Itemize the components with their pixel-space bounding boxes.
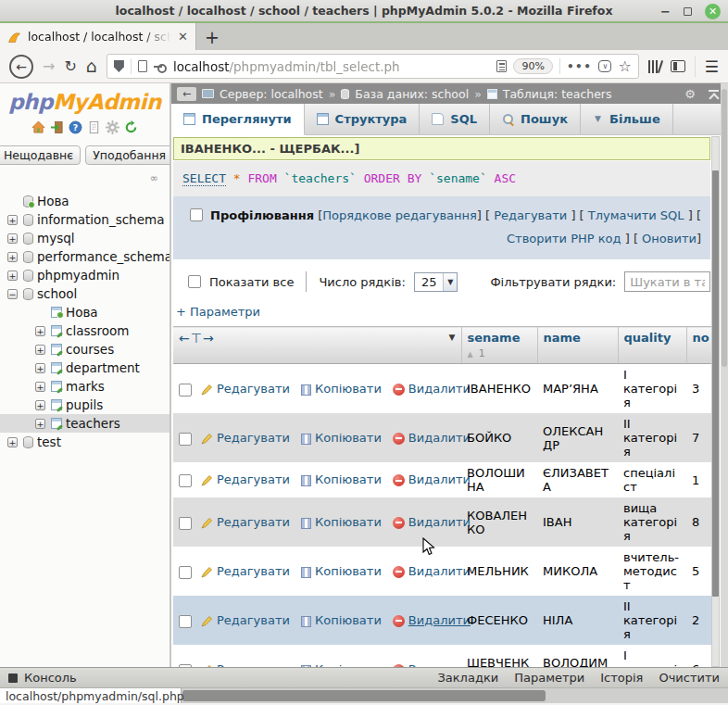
pma-vertical-scrollbar[interactable] xyxy=(711,136,720,667)
pma-tab-structure[interactable]: Структура xyxy=(305,104,420,134)
tree-expander-icon[interactable]: − xyxy=(7,289,18,299)
sidebar-item-mysql[interactable]: +mysql xyxy=(0,229,169,247)
column-header-no[interactable]: no xyxy=(686,327,712,364)
row-edit-link[interactable]: Редагувати xyxy=(201,473,290,487)
console-menu-item-1[interactable]: Закладки xyxy=(437,671,498,685)
logout-icon[interactable] xyxy=(50,120,64,134)
row-copy-link[interactable]: Копіювати xyxy=(301,383,382,397)
tree-expander-icon[interactable]: + xyxy=(35,345,45,355)
new-tab-button[interactable]: + xyxy=(196,23,228,50)
sidebar-item-information_schema[interactable]: +information_schema xyxy=(0,210,169,229)
browser-tab[interactable]: localhost / localhost / scho ✕ xyxy=(0,23,196,50)
browser-vertical-scrollbar[interactable] xyxy=(721,83,728,667)
row-checkbox[interactable] xyxy=(179,517,192,530)
query-link-1[interactable]: Порядкове редагування xyxy=(322,208,477,222)
home-icon[interactable] xyxy=(31,120,45,134)
row-copy-link[interactable]: Копіювати xyxy=(301,663,382,667)
tree-expander-icon[interactable]: + xyxy=(7,437,18,447)
tree-expander-icon[interactable]: + xyxy=(35,419,45,429)
refresh-icon[interactable] xyxy=(124,120,138,134)
recent-tables-button[interactable]: Нещодавнє xyxy=(0,145,81,165)
sidebar-item-test[interactable]: +test xyxy=(0,433,169,451)
panel-resize-handle-icon[interactable]: ∞ xyxy=(150,172,158,184)
sidebar-item-performance_schema[interactable]: +performance_schema xyxy=(0,247,169,266)
zoom-level-badge[interactable]: 90% xyxy=(513,58,552,74)
docs-icon[interactable] xyxy=(87,120,101,134)
tree-expander-icon[interactable]: + xyxy=(7,215,18,225)
column-header-name[interactable]: name xyxy=(537,327,618,364)
row-checkbox[interactable] xyxy=(179,615,192,628)
pma-logo[interactable]: phpMyAdmin xyxy=(0,90,169,114)
url-text[interactable]: localhost/phpmyadmin/tbl_select.ph xyxy=(173,59,491,74)
sidebar-item-teachers[interactable]: +teachers xyxy=(0,414,169,433)
tree-expander-icon[interactable]: + xyxy=(35,382,45,392)
tree-expander-icon[interactable]: + xyxy=(7,271,18,281)
console-label[interactable]: Консоль xyxy=(24,671,77,685)
tree-expander-icon[interactable]: + xyxy=(7,233,18,244)
help-icon[interactable]: ? xyxy=(69,120,82,134)
column-header-quality[interactable]: quality xyxy=(618,327,686,364)
sidebar-item-classroom[interactable]: +classroom xyxy=(0,321,169,340)
bookmark-star-icon[interactable]: ☆ xyxy=(618,57,631,75)
browser-scrollbar-thumb[interactable] xyxy=(722,89,727,367)
tree-expander-icon[interactable]: + xyxy=(35,400,45,410)
row-delete-link[interactable]: Видалити xyxy=(393,663,471,667)
sidebar-toggle-icon[interactable] xyxy=(671,60,685,72)
pma-tab-browse[interactable]: Переглянути xyxy=(171,104,305,135)
row-delete-link[interactable]: Видалити xyxy=(393,383,471,397)
parameters-toggle-link[interactable]: + Параметри xyxy=(173,303,710,326)
breadcrumb-back-button[interactable]: ← xyxy=(177,87,196,101)
pma-tab-more[interactable]: ▼Більше xyxy=(581,104,673,134)
column-header-sename[interactable]: sename ▲1 xyxy=(461,327,537,364)
row-copy-link[interactable]: Копіювати xyxy=(301,516,382,530)
row-checkbox[interactable] xyxy=(179,384,192,397)
query-link-2[interactable]: Редагувати xyxy=(494,208,567,222)
row-edit-link[interactable]: Редагувати xyxy=(201,614,290,628)
reader-mode-icon[interactable] xyxy=(496,60,507,72)
query-link-5[interactable]: Оновити xyxy=(642,232,697,245)
settings-icon[interactable] xyxy=(106,120,119,134)
tree-expander-icon[interactable]: + xyxy=(7,252,18,262)
reload-button[interactable]: ↻ xyxy=(64,59,76,74)
pma-scrollbar-thumb[interactable] xyxy=(712,170,719,597)
console-menu-item-4[interactable]: Очистити xyxy=(659,671,720,685)
row-checkbox[interactable] xyxy=(179,664,192,667)
row-copy-link[interactable]: Копіювати xyxy=(301,473,382,487)
restore-button[interactable] xyxy=(684,7,692,16)
row-delete-link[interactable]: Видалити xyxy=(393,565,471,579)
pma-tab-sql[interactable]: SQL xyxy=(420,104,490,134)
row-checkbox[interactable] xyxy=(179,566,192,579)
library-icon[interactable] xyxy=(648,59,661,73)
sidebar-item-Нова[interactable]: Нова xyxy=(0,192,169,210)
site-info-icon[interactable] xyxy=(138,60,147,72)
row-edit-link[interactable]: Редагувати xyxy=(201,565,290,579)
collapse-panel-icon[interactable] xyxy=(709,90,719,98)
header-nav-arrows[interactable]: ←⊤→ xyxy=(179,331,215,346)
sidebar-item-Нова[interactable]: Нова xyxy=(0,303,169,321)
row-delete-link[interactable]: Видалити xyxy=(393,516,471,530)
console-menu-item-3[interactable]: Історія xyxy=(600,671,643,685)
filter-rows-input[interactable] xyxy=(624,271,710,292)
sidebar-item-phpmyadmin[interactable]: +phpmyadmin xyxy=(0,266,169,284)
query-link-3[interactable]: Тлумачити SQL xyxy=(588,208,684,222)
tracking-shield-icon[interactable] xyxy=(114,60,124,72)
tab-close-icon[interactable]: ✕ xyxy=(178,30,188,44)
profiling-checkbox[interactable] xyxy=(190,208,203,221)
row-edit-link[interactable]: Редагувати xyxy=(201,432,290,446)
console-menu-item-2[interactable]: Параметри xyxy=(514,671,584,685)
tree-expander-icon[interactable]: + xyxy=(35,363,45,373)
rows-count-select[interactable]: 25 ▼ xyxy=(414,272,458,292)
page-actions-icon[interactable]: ••• xyxy=(567,60,593,73)
row-edit-link[interactable]: Редагувати xyxy=(201,383,290,397)
page-settings-gear-icon[interactable]: ⚙ xyxy=(684,87,696,101)
sql-keyword-doc-link[interactable]: SELECT xyxy=(182,171,226,186)
home-button[interactable]: ⌂ xyxy=(86,57,97,75)
menu-hamburger-icon[interactable]: ☰ xyxy=(705,57,719,76)
options-caret-icon[interactable]: ▼ xyxy=(449,333,456,342)
row-checkbox[interactable] xyxy=(179,474,192,487)
row-edit-link[interactable]: Редагувати xyxy=(201,516,290,530)
sidebar-item-pupils[interactable]: +pupils xyxy=(0,396,169,414)
pma-tab-search[interactable]: Пошук xyxy=(490,104,581,134)
row-copy-link[interactable]: Копіювати xyxy=(301,565,382,579)
row-checkbox[interactable] xyxy=(179,433,192,446)
